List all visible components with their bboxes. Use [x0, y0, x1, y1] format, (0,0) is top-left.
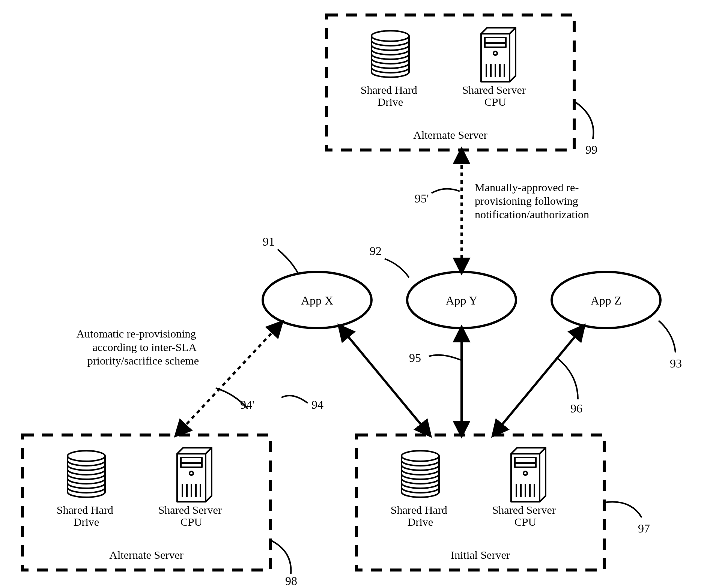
ref-92: 92 [370, 244, 382, 258]
connector-96 [493, 326, 584, 435]
initial-server-title: Initial Server [451, 549, 510, 561]
ref-95p: 95' [415, 192, 429, 205]
ref-leader [278, 249, 298, 274]
ref-leader [604, 502, 642, 518]
ref-leader [385, 259, 409, 278]
hard-drive-icon [402, 451, 439, 497]
app-x-node: App X [263, 272, 372, 328]
shared-hard-drive-label: Shared Hard Drive [57, 504, 116, 528]
app-z-node: App Z [552, 272, 660, 328]
ref-96: 96 [570, 402, 582, 415]
server-icon [511, 448, 546, 502]
ref-99: 99 [585, 143, 597, 156]
app-x-label: App X [301, 294, 333, 307]
ref-91: 91 [263, 235, 275, 248]
ref-leader [432, 189, 460, 193]
app-y-label: App Y [445, 294, 477, 307]
shared-hard-drive-label: Shared Hard Drive [391, 504, 450, 528]
ref-94p: 94' [240, 398, 254, 411]
ref-93: 93 [670, 357, 682, 370]
annotation-auto-reprovisioning: Automatic re-provisioning according to i… [76, 327, 199, 367]
initial-server-box: Shared Hard Drive Shared Server CPU Init… [357, 435, 604, 570]
ref-leader [659, 321, 675, 352]
ref-leader [281, 396, 308, 403]
app-y-node: App Y [407, 272, 516, 328]
server-icon [177, 448, 212, 502]
alternate-server-bottom-box: Shared Hard Drive Shared Server CPU Alte… [23, 435, 270, 570]
shared-server-cpu-label: Shared Server CPU [492, 504, 559, 528]
ref-leader [429, 355, 461, 360]
shared-hard-drive-label: Shared Hard Drive [361, 84, 420, 108]
connector-94 [340, 326, 430, 435]
app-z-label: App Z [591, 294, 622, 307]
ref-leader [557, 358, 578, 399]
ref-leader [270, 540, 291, 574]
server-icon [481, 28, 516, 82]
shared-server-cpu-label: Shared Server CPU [158, 504, 225, 528]
alternate-server-title: Alternate Server [109, 549, 183, 561]
ref-97: 97 [638, 522, 650, 535]
annotation-manual-reprovisioning: Manually-approved re- provisioning follo… [475, 181, 589, 220]
ref-98: 98 [285, 574, 297, 588]
shared-server-cpu-label: Shared Server CPU [462, 84, 529, 108]
ref-94: 94 [311, 398, 323, 411]
ref-95: 95 [409, 351, 421, 364]
alternate-server-title: Alternate Server [413, 129, 487, 141]
alternate-server-top-box: Shared Hard Drive Shared Server CPU Alte… [326, 15, 574, 150]
hard-drive-icon [372, 31, 409, 77]
ref-leader [574, 101, 593, 139]
hard-drive-icon [68, 451, 105, 497]
